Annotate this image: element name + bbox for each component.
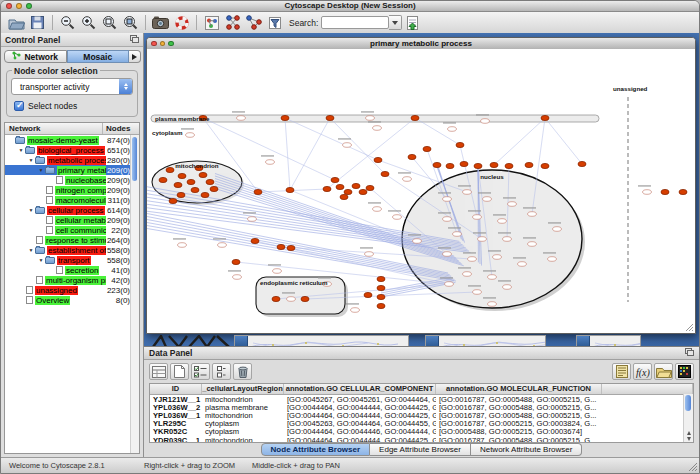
app-resize-grip[interactable] — [688, 462, 698, 472]
node-label — [438, 192, 451, 194]
tree-label: cell communicat — [55, 226, 106, 235]
tree-row[interactable]: nucleobase-209(0) — [5, 175, 139, 185]
tree-row[interactable]: mosaic-demo-yeast874(0) — [5, 135, 139, 145]
search-input[interactable] — [321, 16, 389, 29]
network-canvas[interactable]: plasma membranecytoplasmmitochondrionnuc… — [147, 49, 695, 333]
disclosure-icon[interactable]: ▼ — [37, 255, 45, 265]
tree-scrollbar[interactable] — [130, 135, 139, 453]
snapshot-icon[interactable] — [150, 14, 171, 32]
tree-row[interactable]: ▼metabolic process280(0) — [5, 155, 139, 165]
layout-attribute-icon[interactable] — [243, 14, 264, 32]
scroll-down-icon[interactable] — [687, 437, 691, 441]
tab-network-attribute-browser[interactable]: Network Attribute Browser — [471, 443, 582, 456]
node-label — [513, 257, 526, 259]
attribute-grid-icon[interactable] — [149, 363, 168, 380]
open-file-icon[interactable] — [6, 14, 27, 32]
column-header[interactable]: _cellularLayoutRegion — [202, 384, 284, 394]
network-node-selected-color — [381, 171, 389, 176]
select-nodes-checkbox[interactable] — [14, 101, 24, 111]
function-builder-icon[interactable]: f(x) — [633, 363, 652, 380]
zoom-selected-icon[interactable] — [120, 14, 141, 32]
window-resize-grip[interactable] — [685, 323, 694, 332]
node-label — [346, 303, 359, 305]
tab-edge-attribute-browser[interactable]: Edge Attribute Browser — [370, 443, 471, 456]
column-header[interactable]: annotation.GO CELLULAR_COMPONENT — [284, 384, 436, 394]
title-bar[interactable]: Cytoscape Desktop (New Session) — [1, 1, 699, 12]
disclosure-icon[interactable]: ▼ — [27, 245, 35, 255]
tab-network[interactable]: Network — [4, 50, 67, 63]
disclosure-icon[interactable]: ▼ — [37, 165, 45, 175]
disclosure-icon[interactable]: ▼ — [17, 145, 25, 155]
column-header[interactable]: ID — [150, 384, 202, 394]
filter-icon[interactable] — [264, 14, 285, 32]
tree-row[interactable]: Overview8(0) — [5, 295, 139, 305]
float-panel-icon[interactable] — [130, 35, 139, 45]
attribute-editor-icon[interactable] — [612, 363, 631, 380]
table-row[interactable]: YDR039C__1mitochondrion[GO:0044464, GO:0… — [150, 436, 693, 443]
control-panel-tabs: Network Mosaic — [1, 47, 143, 65]
disclosure-icon[interactable]: ▼ — [27, 155, 35, 165]
new-attribute-icon[interactable] — [170, 363, 189, 380]
tree-label: metabolic process — [47, 156, 106, 165]
window-title: Cytoscape Desktop (New Session) — [1, 1, 699, 11]
zoom-button[interactable] — [168, 41, 174, 47]
tree-row[interactable]: ▼establishment of lo558(0) — [5, 245, 139, 255]
tab-scroll-right-button[interactable] — [129, 50, 141, 63]
node-label — [468, 285, 481, 287]
layout-spring-icon[interactable] — [222, 14, 243, 32]
zoom-out-icon[interactable] — [57, 14, 78, 32]
vizmapper-icon[interactable] — [201, 14, 222, 32]
close-button[interactable] — [6, 3, 12, 9]
network-view-window[interactable]: primary metabolic process plasma membran… — [146, 37, 696, 334]
tree-row[interactable]: response to stimul264(0) — [5, 235, 139, 245]
tree-row[interactable]: cellular metabo209(0) — [5, 215, 139, 225]
select-attributes-icon[interactable] — [191, 363, 210, 380]
tree-row[interactable]: cell communicat22(0) — [5, 225, 139, 235]
network-node-selected-color — [359, 189, 367, 194]
chevron-down-icon — [392, 21, 398, 25]
import-table-icon[interactable] — [402, 14, 423, 32]
tree-row[interactable]: ▼primary metabo209(0) — [5, 165, 139, 175]
leaf-icon — [26, 296, 33, 304]
minimize-button[interactable] — [16, 3, 22, 9]
network-node — [343, 143, 352, 148]
tree-row[interactable]: ▼biological_process651(0) — [5, 145, 139, 155]
nodes-column-header[interactable]: Nodes — [103, 123, 139, 134]
tree-row[interactable]: ▼transport558(0) — [5, 255, 139, 265]
save-session-icon[interactable] — [27, 14, 48, 32]
zoom-in-icon[interactable] — [78, 14, 99, 32]
delete-attribute-icon[interactable] — [233, 363, 252, 380]
zoom-fit-icon[interactable] — [99, 14, 120, 32]
network-column-header[interactable]: Network — [5, 123, 103, 134]
node-color-dropdown[interactable]: transporter activity — [11, 78, 133, 95]
network-node-selected-color — [281, 115, 289, 120]
chevron-right-icon — [132, 54, 137, 60]
tab-node-attribute-browser[interactable]: Node Attribute Browser — [261, 443, 371, 456]
column-header[interactable]: annotation.GO MOLECULAR_FUNCTION — [436, 384, 602, 394]
attribute-matrix-icon[interactable] — [675, 363, 694, 380]
data-panel-title: Data Panel — [149, 348, 192, 358]
tree-row[interactable]: nitrogen compo209(0) — [5, 185, 139, 195]
zoom-button[interactable] — [26, 3, 32, 9]
float-panel-icon[interactable] — [685, 348, 694, 358]
tree-row[interactable]: secretion41(0) — [5, 265, 139, 275]
edge — [285, 118, 290, 190]
table-scrollbar-thumb[interactable] — [685, 395, 691, 411]
close-button[interactable] — [151, 41, 157, 47]
tab-mosaic[interactable]: Mosaic — [67, 50, 130, 63]
help-icon[interactable] — [171, 14, 192, 32]
tree-row[interactable]: macromolecule311(0) — [5, 195, 139, 205]
network-node — [448, 127, 457, 132]
search-dropdown-button[interactable] — [389, 15, 402, 30]
tree-scrollbar-thumb[interactable] — [132, 137, 137, 181]
unselect-attributes-icon[interactable] — [212, 363, 231, 380]
minimize-button[interactable] — [160, 41, 166, 47]
tree-row[interactable]: ▼cellular process614(0) — [5, 205, 139, 215]
import-attributes-icon[interactable] — [654, 363, 673, 380]
tree-row[interactable]: multi-organism pro42(0) — [5, 275, 139, 285]
disclosure-icon[interactable]: ▼ — [27, 205, 35, 215]
tree-label: response to stimul — [45, 236, 106, 245]
table-scrollbar[interactable] — [683, 394, 693, 442]
tree-row[interactable]: unassigned223(0) — [5, 285, 139, 295]
scroll-up-icon[interactable] — [687, 431, 691, 435]
